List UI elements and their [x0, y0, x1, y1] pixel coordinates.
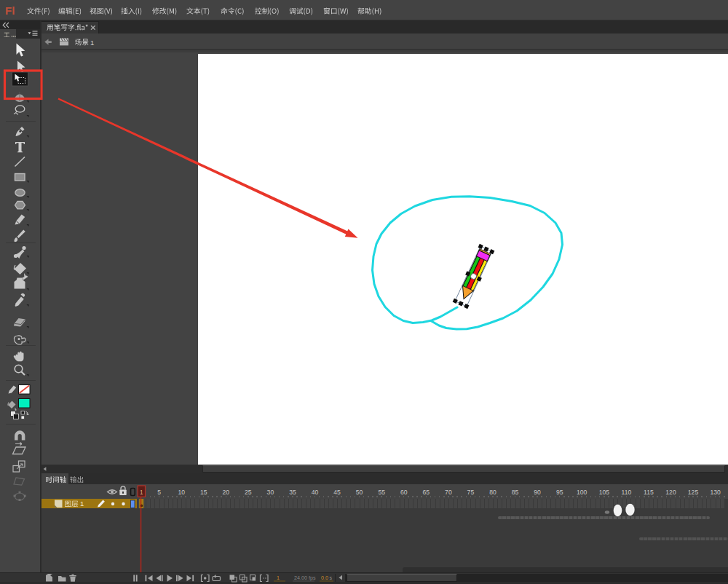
svg-text:15: 15: [200, 489, 207, 496]
svg-text:130: 130: [710, 489, 721, 496]
svg-text:40: 40: [312, 489, 319, 496]
svg-text:35: 35: [289, 489, 296, 496]
svg-text:80: 80: [489, 489, 496, 496]
svg-text:24.00 fps: 24.00 fps: [294, 575, 316, 581]
svg-text:1: 1: [80, 500, 84, 508]
svg-text:50: 50: [356, 489, 363, 496]
svg-text:1: 1: [277, 575, 280, 581]
svg-text:55: 55: [378, 489, 385, 496]
svg-text:30: 30: [267, 489, 274, 496]
svg-text:105: 105: [599, 489, 610, 496]
svg-text:45: 45: [333, 489, 341, 496]
svg-text:10: 10: [178, 489, 185, 496]
svg-text:95: 95: [556, 489, 563, 496]
svg-text:120: 120: [665, 489, 676, 496]
svg-text:125: 125: [688, 489, 699, 496]
svg-text:1: 1: [90, 39, 94, 47]
svg-text:20: 20: [223, 489, 230, 496]
svg-text:90: 90: [534, 489, 541, 496]
svg-text:75: 75: [467, 489, 475, 496]
svg-text:100: 100: [577, 489, 587, 496]
svg-text:115: 115: [644, 489, 654, 496]
svg-text:60: 60: [400, 489, 408, 496]
svg-text:1: 1: [140, 489, 143, 496]
svg-text:65: 65: [423, 489, 430, 496]
svg-text:70: 70: [445, 489, 452, 496]
svg-text:85: 85: [512, 489, 519, 496]
svg-text:0.0: 0.0: [321, 575, 328, 581]
svg-text:Fl: Fl: [5, 4, 15, 17]
svg-text:s: s: [330, 575, 333, 581]
svg-text:25: 25: [245, 489, 252, 496]
svg-text:5: 5: [157, 489, 161, 496]
svg-text:110: 110: [622, 489, 632, 496]
